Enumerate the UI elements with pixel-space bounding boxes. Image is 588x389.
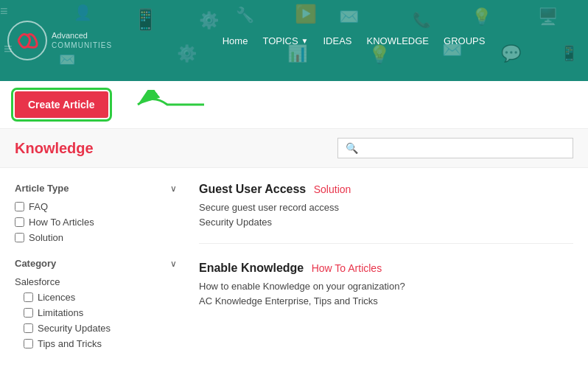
article-card-1: Enable Knowledge How To Articles How to … xyxy=(199,262,573,322)
article-type-title: Article Type xyxy=(15,183,69,194)
green-arrow-icon xyxy=(123,90,211,119)
filter-limitations-checkbox[interactable] xyxy=(24,308,33,318)
category-header[interactable]: Category ∨ xyxy=(15,258,177,269)
article-type-badge-0: Solution xyxy=(314,183,351,195)
article-type-chevron-icon: ∨ xyxy=(170,183,177,194)
topics-dropdown-icon: ▼ xyxy=(301,37,309,45)
sidebar-filters: Article Type ∨ FAQ How To Articles Solut… xyxy=(15,183,177,364)
article-link-1-0[interactable]: How to enable Knowledge on your ograniza… xyxy=(199,281,573,292)
article-title-0: Guest User Access Solution xyxy=(199,183,573,196)
filter-faq-label: FAQ xyxy=(29,201,48,212)
salesforce-label: Salesforce xyxy=(15,276,177,287)
category-title: Category xyxy=(15,258,56,269)
main-content: Article Type ∨ FAQ How To Articles Solut… xyxy=(0,168,588,379)
filter-how-to-label: How To Articles xyxy=(29,217,94,228)
filter-solution[interactable]: Solution xyxy=(15,232,177,243)
header: 📱 ⚙️ 🔧 ⚙️ ▶️ 📊 ✉️ 💡 📞 ✉️ 💡 💬 🖥️ 📱 ≡ ≡ ✉️… xyxy=(0,0,588,81)
filter-tips-tricks-label: Tips and Tricks xyxy=(38,338,102,349)
logo-icon xyxy=(7,21,48,61)
nav-topics[interactable]: TOPICS ▼ xyxy=(262,35,308,46)
filter-licences-checkbox[interactable] xyxy=(24,292,33,302)
content-area: Guest User Access Solution Secure guest … xyxy=(199,183,573,364)
salesforce-group: Salesforce Licences Limitations Security… xyxy=(15,276,177,349)
article-link-0-0[interactable]: Secure guest user record access xyxy=(199,202,573,213)
filter-faq-checkbox[interactable] xyxy=(15,202,24,211)
filter-how-to[interactable]: How To Articles xyxy=(15,217,177,228)
toolbar: Create Article xyxy=(0,81,588,129)
filter-security-updates[interactable]: Security Updates xyxy=(24,323,177,334)
category-filter: Category ∨ Salesforce Licences Limitatio… xyxy=(15,258,177,349)
search-icon: 🔍 xyxy=(346,142,358,154)
category-chevron-icon: ∨ xyxy=(170,259,177,269)
article-card-0: Guest User Access Solution Secure guest … xyxy=(199,183,573,244)
arrow-indicator xyxy=(123,90,211,119)
nav-knowledge[interactable]: KNOWLEDGE xyxy=(367,35,430,46)
filter-how-to-checkbox[interactable] xyxy=(15,217,24,227)
main-nav: Home TOPICS ▼ IDEAS KNOWLEDGE GROUPS xyxy=(127,35,581,46)
article-link-0-1[interactable]: Security Updates xyxy=(199,217,573,228)
article-type-badge-1: How To Articles xyxy=(312,262,382,274)
filter-limitations-label: Limitations xyxy=(38,307,83,318)
filter-solution-label: Solution xyxy=(29,232,63,243)
nav-ideas[interactable]: IDEAS xyxy=(323,35,352,46)
article-link-1-1[interactable]: AC Knowledge Enterprise, Tips and Tricks xyxy=(199,295,573,306)
filter-security-updates-label: Security Updates xyxy=(38,323,111,334)
filter-tips-tricks-checkbox[interactable] xyxy=(24,339,33,348)
logo-area[interactable]: Advanced COMMUNITIES xyxy=(7,21,112,61)
filter-limitations[interactable]: Limitations xyxy=(24,307,177,318)
filter-tips-tricks[interactable]: Tips and Tricks xyxy=(24,338,177,349)
salesforce-items: Licences Limitations Security Updates Ti… xyxy=(24,292,177,349)
search-box[interactable]: 🔍 xyxy=(337,138,573,158)
filter-security-updates-checkbox[interactable] xyxy=(24,323,33,333)
filter-faq[interactable]: FAQ xyxy=(15,201,177,212)
header-content: Advanced COMMUNITIES Home TOPICS ▼ IDEAS… xyxy=(7,21,581,61)
page-title-bar: Knowledge 🔍 xyxy=(0,129,588,168)
filter-licences-label: Licences xyxy=(38,292,75,303)
page-title: Knowledge xyxy=(15,140,337,157)
search-input[interactable] xyxy=(363,143,565,154)
logo-text: Advanced COMMUNITIES xyxy=(52,31,112,49)
article-type-header[interactable]: Article Type ∨ xyxy=(15,183,177,194)
filter-solution-checkbox[interactable] xyxy=(15,233,24,242)
article-type-filter: Article Type ∨ FAQ How To Articles Solut… xyxy=(15,183,177,243)
article-title-1: Enable Knowledge How To Articles xyxy=(199,262,573,275)
create-article-button[interactable]: Create Article xyxy=(15,91,108,118)
filter-licences[interactable]: Licences xyxy=(24,292,177,303)
nav-home[interactable]: Home xyxy=(223,35,248,46)
nav-groups[interactable]: GROUPS xyxy=(444,35,485,46)
svg-point-0 xyxy=(8,21,46,60)
